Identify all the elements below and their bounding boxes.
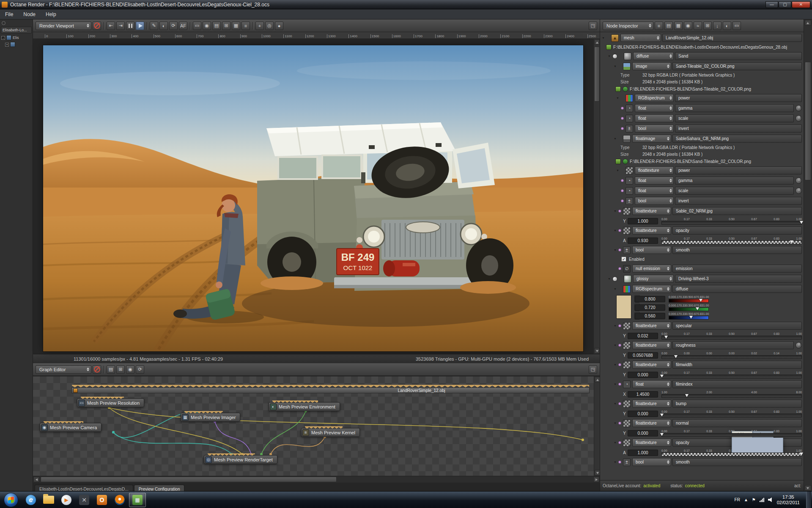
- autofocus-icon[interactable]: AF: [179, 22, 187, 30]
- type-dropdown[interactable]: floattexture: [632, 322, 671, 330]
- expand-arrow-icon[interactable]: ▼: [614, 324, 618, 327]
- param-value[interactable]: 0.000: [628, 411, 658, 417]
- scroll-down-icon[interactable]: [805, 485, 811, 491]
- align-right-icon[interactable]: ⇥: [116, 22, 125, 30]
- expand-arrow-icon[interactable]: ▼: [602, 36, 606, 39]
- curves-icon[interactable]: ≈: [694, 22, 702, 30]
- hidden-icons-button[interactable]: ▲: [744, 497, 748, 502]
- slider-handle[interactable]: [790, 240, 793, 243]
- region-render-icon[interactable]: ▭: [193, 22, 201, 30]
- slider-handle[interactable]: [660, 433, 664, 436]
- slider[interactable]: 0.000.170.330.500.670.831.00: [661, 371, 802, 378]
- type-dropdown[interactable]: float: [635, 114, 674, 122]
- inspector-selector[interactable]: Node Inspector: [603, 22, 653, 30]
- exposure-icon[interactable]: ◐: [159, 22, 168, 30]
- graph-node-landrover-obj[interactable]: LandRoverSimple_12.obj: [71, 387, 590, 393]
- menu-help[interactable]: Help: [41, 10, 61, 19]
- scroll-up-icon[interactable]: [595, 377, 600, 382]
- preview-icon[interactable]: ◐: [723, 22, 731, 30]
- inspector-scrollbar[interactable]: [804, 19, 812, 491]
- node-name-field[interactable]: opacity: [672, 226, 802, 235]
- type-dropdown[interactable]: floattexture: [632, 439, 671, 447]
- title-bar[interactable]: Octane Render - F:\BLENDER-FICHIERS-BLEN…: [0, 0, 812, 9]
- copy-icon[interactable]: ▤: [664, 22, 673, 30]
- expand-arrow-icon[interactable]: ▼: [614, 422, 618, 425]
- material-picker-icon[interactable]: ✎: [150, 22, 158, 30]
- type-dropdown[interactable]: image: [632, 62, 671, 70]
- graph-node-rendertarget[interactable]: ◎Mesh Preview RenderTarget: [204, 455, 277, 464]
- node-name-field[interactable]: LandRoverSimple_12.obj: [662, 34, 802, 42]
- type-dropdown[interactable]: float: [635, 187, 674, 195]
- slider[interactable]: 0.000.170.330.500.670.831.00: [661, 237, 802, 244]
- slider-track[interactable]: [661, 433, 802, 437]
- dial-knob-icon[interactable]: [796, 342, 802, 348]
- reload-file-icon[interactable]: [623, 86, 628, 92]
- type-dropdown[interactable]: diffuse: [633, 52, 674, 60]
- camera-target-icon[interactable]: ◉: [203, 22, 211, 30]
- slider-track[interactable]: [661, 414, 802, 417]
- graph-node-camera[interactable]: ◉Mesh Preview Camera: [40, 423, 102, 432]
- slider-handle[interactable]: [660, 414, 664, 417]
- project-tree-item[interactable]: - Elis: [0, 34, 33, 41]
- align-left-icon[interactable]: ⇤: [107, 22, 115, 30]
- expand-arrow-icon[interactable]: ▼: [614, 210, 618, 213]
- network-icon[interactable]: [760, 498, 764, 502]
- type-dropdown[interactable]: bool: [632, 458, 671, 466]
- slider-track[interactable]: [661, 394, 802, 398]
- slider[interactable]: 1.002.004.008.00: [661, 391, 802, 398]
- maximize-button[interactable]: ▢: [779, 1, 791, 8]
- app-x-taskbar-icon[interactable]: ✕: [76, 493, 93, 507]
- stop-render-icon[interactable]: [93, 22, 101, 30]
- graph-canvas[interactable]: LandRoverSimple_12.obj ▭Mesh Preview Res…: [33, 376, 600, 476]
- node-name-field[interactable]: bump: [672, 400, 802, 408]
- slider-track[interactable]: [669, 316, 709, 320]
- graph-node-environment[interactable]: ◐Mesh Preview Environment: [269, 402, 340, 411]
- volume-icon[interactable]: [768, 497, 773, 502]
- graph-node-kernel[interactable]: ≡Mesh Preview Kernel: [301, 428, 360, 437]
- slider[interactable]: 0.000.170.330.500.670.831.00: [669, 304, 709, 311]
- import-file-icon[interactable]: [606, 44, 612, 50]
- param-value[interactable]: 0.720: [635, 304, 665, 311]
- type-dropdown[interactable]: float: [635, 104, 674, 112]
- param-value[interactable]: 0.930: [628, 237, 658, 244]
- slider[interactable]: 0.000.170.330.500.670.831.00: [661, 332, 802, 340]
- minimize-button[interactable]: —: [765, 1, 778, 8]
- type-dropdown[interactable]: RGBspectrum: [632, 285, 671, 293]
- param-value[interactable]: 1.000: [628, 218, 658, 224]
- expand-arrow-icon[interactable]: ▼: [608, 277, 612, 280]
- slider-track[interactable]: [661, 240, 802, 244]
- graph-node-imager[interactable]: ▦Mesh Preview Imager: [181, 413, 240, 422]
- type-dropdown[interactable]: floattexture: [632, 226, 671, 235]
- node-name-field[interactable]: power: [675, 94, 802, 102]
- scrollbar-thumb[interactable]: [805, 62, 811, 180]
- expand-arrow-icon[interactable]: ▼: [614, 137, 618, 140]
- alpha-channel-icon[interactable]: ▦: [232, 22, 240, 30]
- param-value[interactable]: 0.800: [635, 296, 665, 302]
- dial-knob-icon[interactable]: [796, 188, 802, 194]
- scroll-left-icon[interactable]: [33, 477, 39, 482]
- type-dropdown[interactable]: floattexture: [632, 341, 671, 349]
- node-name-field[interactable]: invert: [675, 197, 802, 205]
- viewport-vertical-scrollbar[interactable]: [593, 39, 600, 354]
- scroll-up-icon[interactable]: [805, 20, 811, 25]
- node-name-field[interactable]: emission: [672, 265, 802, 273]
- type-dropdown[interactable]: bool: [632, 246, 671, 254]
- media-player-taskbar-icon[interactable]: ▶: [58, 493, 75, 507]
- ie-taskbar-icon[interactable]: e: [22, 493, 39, 507]
- slider-track[interactable]: [669, 307, 709, 311]
- node-name-field[interactable]: smooth: [672, 458, 802, 466]
- node-name-field[interactable]: filmindex: [672, 380, 802, 388]
- collapse-icon[interactable]: -: [1, 36, 5, 40]
- type-dropdown[interactable]: float: [635, 177, 674, 185]
- panel-pin-icon[interactable]: [2, 21, 5, 25]
- scroll-up-icon[interactable]: [594, 39, 600, 45]
- param-value[interactable]: 0.000: [628, 430, 658, 436]
- type-dropdown[interactable]: floattexture: [632, 400, 671, 408]
- type-dropdown[interactable]: floattexture: [632, 207, 671, 215]
- language-indicator[interactable]: FR: [735, 497, 740, 502]
- type-dropdown[interactable]: null emission: [632, 265, 671, 273]
- slider[interactable]: 0.000.170.330.500.670.831.00: [669, 295, 709, 303]
- node-name-field[interactable]: gamma: [675, 104, 794, 112]
- node-name-field[interactable]: scale: [675, 187, 794, 195]
- slider-handle[interactable]: [800, 453, 803, 456]
